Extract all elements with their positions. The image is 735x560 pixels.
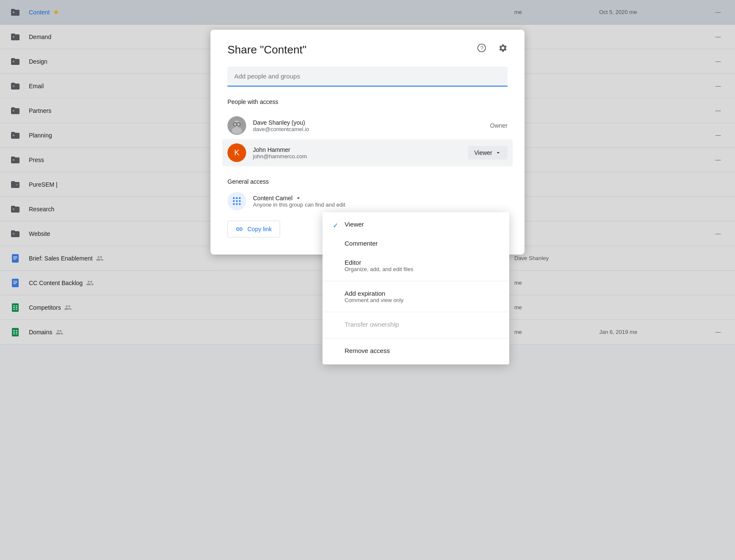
svg-point-35	[232, 127, 242, 134]
add-people-input[interactable]	[227, 67, 508, 87]
dropdown-item-viewer-label: Viewer	[345, 221, 499, 228]
dropdown-item-editor-content: Editor Organize, add, and edit files	[345, 259, 499, 272]
copy-link-button[interactable]: Copy link	[227, 221, 280, 238]
dropdown-item-expiration[interactable]: ✓ Add expiration Comment and view only	[323, 285, 509, 308]
chevron-down-icon	[495, 149, 502, 156]
general-access-row: Content Camel Anyone in this group can f…	[227, 192, 508, 210]
general-access-title: General access	[227, 178, 508, 185]
svg-rect-45	[239, 200, 241, 202]
svg-rect-42	[239, 197, 241, 199]
people-with-access-title: People with access	[227, 98, 508, 105]
dialog-icons: ?	[475, 42, 509, 54]
dropdown-item-editor[interactable]: ✓ Editor Organize, add, and edit files	[323, 254, 509, 277]
access-info: Content Camel Anyone in this group can f…	[253, 195, 508, 208]
access-name: Content Camel	[253, 195, 508, 202]
person-name-dave: Dave Shanley (you)	[253, 119, 490, 126]
dropdown-item-commenter-label: Commenter	[345, 240, 499, 247]
svg-rect-41	[236, 197, 238, 199]
dropdown-item-transfer-label: Transfer ownership	[345, 321, 499, 328]
svg-rect-40	[233, 197, 235, 199]
person-email-john: john@hammerco.com	[253, 153, 468, 160]
dropdown-item-transfer: ✓ Transfer ownership	[323, 316, 509, 335]
general-access-section: General access	[227, 178, 508, 210]
svg-rect-48	[239, 203, 241, 205]
check-icon: ✓	[333, 221, 345, 230]
dialog-title: Share "Content"	[227, 43, 508, 56]
dropdown-divider-3	[323, 338, 509, 339]
dropdown-item-expiration-content: Add expiration Comment and view only	[345, 290, 499, 303]
dropdown-arrow-icon	[295, 195, 302, 202]
person-row-dave: Dave Shanley (you) dave@contentcamel.io …	[227, 112, 508, 139]
dropdown-item-remove-label: Remove access	[345, 347, 499, 354]
person-email-dave: dave@contentcamel.io	[253, 126, 490, 132]
link-icon	[236, 225, 243, 233]
help-button[interactable]: ?	[475, 42, 488, 54]
svg-rect-44	[236, 200, 238, 202]
access-desc: Anyone in this group can find and edit	[253, 202, 508, 208]
viewer-dropdown-button[interactable]: Viewer	[468, 146, 508, 160]
person-info-dave: Dave Shanley (you) dave@contentcamel.io	[253, 119, 490, 132]
dropdown-item-editor-desc: Organize, add, and edit files	[345, 266, 499, 272]
person-row-john: K John Hammer john@hammerco.com Viewer	[222, 139, 513, 166]
dropdown-item-expiration-desc: Comment and view only	[345, 297, 499, 303]
person-name-john: John Hammer	[253, 146, 468, 153]
avatar-john: K	[227, 143, 246, 162]
svg-text:?: ?	[480, 45, 483, 51]
dropdown-item-commenter-content: Commenter	[345, 240, 499, 247]
dropdown-item-editor-label: Editor	[345, 259, 499, 266]
svg-rect-47	[236, 203, 238, 205]
dropdown-item-viewer-content: Viewer	[345, 221, 499, 228]
dropdown-item-remove[interactable]: ✓ Remove access	[323, 342, 509, 361]
dropdown-item-commenter[interactable]: ✓ Commenter	[323, 235, 509, 254]
dropdown-divider-2	[323, 312, 509, 312]
svg-rect-46	[233, 203, 235, 205]
settings-button[interactable]	[497, 42, 509, 54]
dropdown-item-expiration-label: Add expiration	[345, 290, 499, 297]
viewer-dropdown-menu: ✓ Viewer ✓ Commenter ✓ Editor Organize, …	[323, 212, 509, 364]
person-info-john: John Hammer john@hammerco.com	[253, 146, 468, 160]
dropdown-divider-1	[323, 281, 509, 281]
org-icon	[227, 192, 246, 210]
person-role-dave: Owner	[490, 122, 508, 129]
svg-rect-43	[233, 200, 235, 202]
avatar-dave	[227, 116, 246, 135]
dropdown-item-viewer[interactable]: ✓ Viewer	[323, 216, 509, 235]
dropdown-item-remove-content: Remove access	[345, 347, 499, 354]
dropdown-item-transfer-content: Transfer ownership	[345, 321, 499, 328]
